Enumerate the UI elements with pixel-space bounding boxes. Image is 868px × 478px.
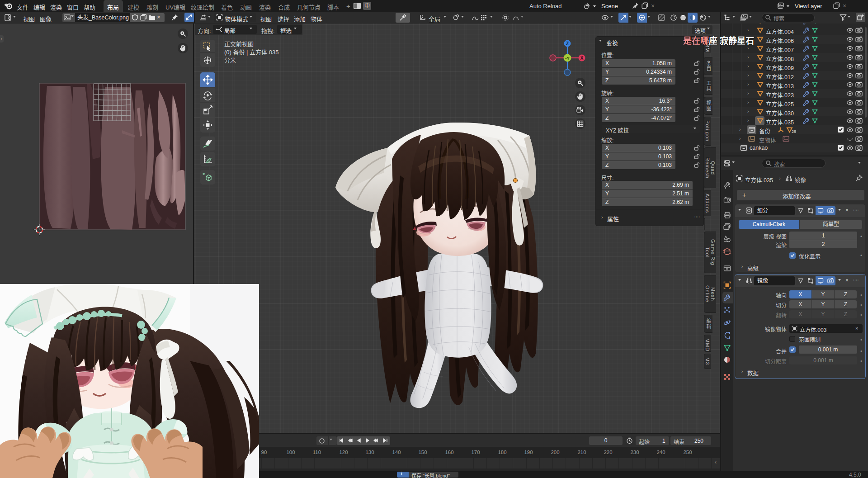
svg-text:X: X bbox=[580, 56, 584, 61]
svg-text:Z: Z bbox=[566, 41, 569, 46]
svg-text:-Y: -Y bbox=[565, 56, 570, 61]
